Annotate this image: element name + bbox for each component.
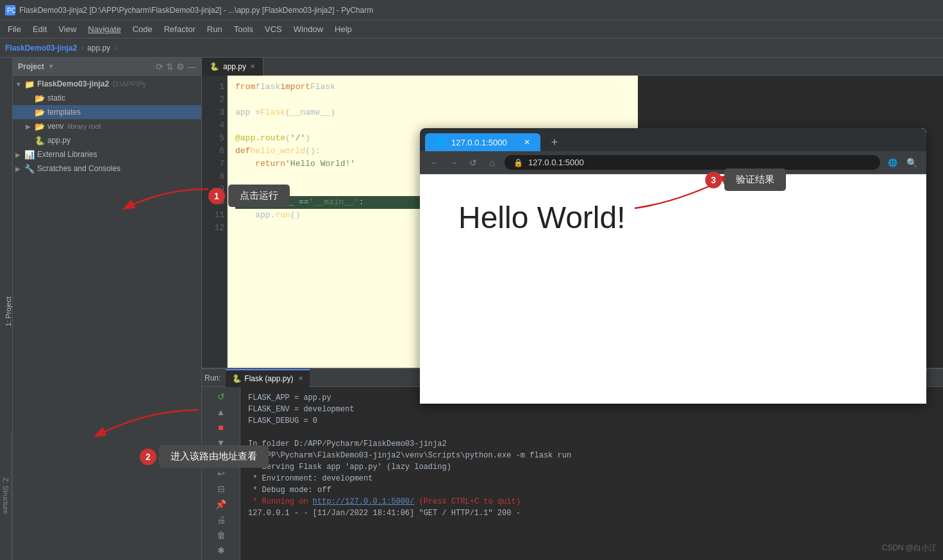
- menu-run[interactable]: Run: [202, 23, 228, 35]
- sync-icon[interactable]: ⟳: [156, 62, 163, 72]
- browser-tab-bar: 🌐 127.0.0.1:5000 ✕ +: [420, 128, 926, 151]
- scratches-name: Scratches and Consoles: [37, 164, 121, 173]
- apppy-name: app.py: [47, 136, 71, 145]
- tree-static[interactable]: ▶ 📂 static: [13, 91, 201, 105]
- console-line-11: 127.0.0.1 - - [11/Jan/2022 18:41:06] "GE…: [248, 507, 935, 519]
- tree-external-libs[interactable]: ▶ 📊 External Libraries: [13, 147, 201, 161]
- print-btn[interactable]: 🖨: [212, 514, 230, 525]
- templates-folder-name: templates: [47, 108, 81, 117]
- code-line-1: from flask import Flask: [235, 81, 630, 94]
- browser-zoom-btn[interactable]: 🔍: [905, 156, 919, 170]
- root-folder-name: FlaskDemo03-jinja2: [37, 79, 109, 88]
- menu-view[interactable]: View: [53, 23, 81, 35]
- project-side-label: 1: Project: [4, 297, 12, 326]
- menu-edit[interactable]: Edit: [28, 23, 52, 35]
- restart-btn[interactable]: ↺: [212, 391, 230, 402]
- console-line-8: * Environment: development: [248, 473, 935, 484]
- code-line-3: app = Flask(__name__): [235, 106, 630, 119]
- external-libs-name: External Libraries: [37, 150, 97, 159]
- nav-project[interactable]: FlaskDemo03-jinja2: [5, 44, 77, 53]
- browser-url-text: 127.0.0.1:5000: [528, 158, 584, 167]
- tree-root-folder[interactable]: ▼ 📁 FlaskDemo03-jinja2 D:\APP\Py: [13, 77, 201, 91]
- project-panel: Project ▼ ⟳ ⇅ ⚙ — ▼ 📁 FlaskDemo03-jinja2…: [13, 58, 202, 560]
- wrap-btn[interactable]: ↩: [212, 468, 230, 479]
- tree-templates[interactable]: ▶ 📂 templates: [13, 105, 201, 119]
- new-tab-btn[interactable]: +: [546, 133, 563, 151]
- code-line-2: [235, 94, 630, 106]
- settings-icon[interactable]: ⚙: [176, 62, 185, 72]
- globe-icon: 🌐: [435, 137, 446, 147]
- console-line-9: * Debug mode: off: [248, 484, 935, 496]
- browser-refresh-btn[interactable]: ↺: [466, 156, 480, 170]
- project-header-icons[interactable]: ⟳ ⇅ ⚙ —: [156, 62, 196, 72]
- line-numbers: 1 2 3 4 5 6 7 8 9 10 11 12: [202, 76, 228, 368]
- menu-bar: File Edit View Navigate Code Refactor Ru…: [0, 21, 943, 38]
- bottom-tab-flask[interactable]: 🐍 Flask (app.py) ✕: [226, 369, 310, 387]
- browser-home-btn[interactable]: ⌂: [485, 156, 499, 170]
- menu-code[interactable]: Code: [128, 23, 158, 35]
- stop-btn[interactable]: ■: [212, 422, 230, 433]
- browser-translate-btn[interactable]: 🌐: [885, 156, 899, 170]
- console-line-2: FLASK_ENV = development: [248, 404, 935, 415]
- root-folder-icon: 📁: [24, 79, 35, 89]
- console-line-5: In folder D:/APP/Pycharm/FlaskDemo03-jin…: [248, 438, 935, 450]
- bottom-content: ↺ ▲ ■ ▼ ⏸ ↩ ⊟ 📌 🖨 🗑 ✱: [202, 387, 943, 560]
- menu-file[interactable]: File: [3, 23, 26, 35]
- nav-file[interactable]: app.py: [87, 44, 110, 53]
- nav-bar: FlaskDemo03-jinja2 › app.py ›: [0, 38, 943, 58]
- sort-icon[interactable]: ⇅: [166, 62, 174, 72]
- trash-btn[interactable]: 🗑: [212, 529, 230, 541]
- browser-tab-close[interactable]: ✕: [524, 138, 530, 147]
- tree-scratches[interactable]: ▶ 🔧 Scratches and Consoles: [13, 161, 201, 176]
- tab-py-icon: 🐍: [210, 62, 219, 71]
- tab-label: app.py: [223, 62, 246, 71]
- minimize-icon[interactable]: —: [187, 62, 196, 72]
- flask-tab-close[interactable]: ✕: [298, 375, 303, 382]
- project-title: Project: [18, 62, 44, 71]
- venv-folder-name: venv: [47, 122, 63, 131]
- tree-venv[interactable]: ▶ 📂 venv library root: [13, 119, 201, 133]
- settings-bottom-btn[interactable]: ✱: [212, 545, 230, 556]
- console-line-7: * Serving Flask app 'app.py' (lazy loadi…: [248, 461, 935, 473]
- menu-help[interactable]: Help: [330, 23, 357, 35]
- editor-tabs: 🐍 app.py ✕: [202, 58, 943, 76]
- scroll-up-btn[interactable]: ▲: [212, 406, 230, 418]
- filter-btn[interactable]: ⊟: [212, 483, 230, 495]
- tab-close-btn[interactable]: ✕: [250, 63, 255, 70]
- tree-apppy[interactable]: ▶ 🐍 app.py: [13, 133, 201, 147]
- browser-tab-url: 127.0.0.1:5000: [451, 138, 507, 147]
- browser-window: 🌐 127.0.0.1:5000 ✕ + ← → ↺ ⌂ 🔒 127.0.0.1…: [420, 128, 926, 404]
- flask-url-link[interactable]: http://127.0.0.1:5000/: [313, 497, 414, 506]
- lock-icon: 🔒: [513, 158, 523, 167]
- static-folder-name: static: [47, 94, 65, 103]
- menu-window[interactable]: Window: [288, 23, 328, 35]
- scroll-down-btn[interactable]: ▼: [212, 437, 230, 449]
- menu-vcs[interactable]: VCS: [260, 23, 287, 35]
- console-line-3: FLASK_DEBUG = 0: [248, 415, 935, 427]
- title-text: FlaskDemo03-jinja2 [D:\APP\Pycharm\Flask…: [19, 6, 373, 15]
- menu-refactor[interactable]: Refactor: [159, 23, 201, 35]
- browser-content: Hello World!: [420, 174, 926, 404]
- menu-tools[interactable]: Tools: [229, 23, 258, 35]
- browser-back-btn[interactable]: ←: [428, 156, 442, 170]
- browser-forward-btn[interactable]: →: [447, 156, 461, 170]
- structure-strip[interactable]: Z: Structure: [0, 432, 12, 560]
- project-header: Project ▼ ⟳ ⇅ ⚙ —: [13, 58, 201, 76]
- browser-url-box[interactable]: 🔒 127.0.0.1:5000: [505, 155, 880, 170]
- hello-world-display: Hello World!: [458, 200, 626, 235]
- console-line-4: [248, 427, 935, 438]
- svg-text:PC: PC: [7, 7, 15, 14]
- run-arrow-icon: ▶: [235, 196, 240, 209]
- menu-navigate[interactable]: Navigate: [83, 23, 126, 35]
- pause-btn[interactable]: ⏸: [212, 452, 230, 464]
- browser-active-tab[interactable]: 🌐 127.0.0.1:5000 ✕: [425, 133, 540, 151]
- flask-tab-icon: 🐍: [232, 374, 242, 383]
- console-line-6: D:\APP\Pycharm\FlaskDemo03-jinja2\venv\S…: [248, 450, 935, 461]
- editor-tab-apppy[interactable]: 🐍 app.py ✕: [202, 58, 263, 76]
- console-output: FLASK_APP = app.py FLASK_ENV = developme…: [240, 387, 943, 560]
- file-tree: ▼ 📁 FlaskDemo03-jinja2 D:\APP\Py ▶ 📂 sta…: [13, 76, 201, 560]
- external-libs-icon: 📊: [24, 150, 35, 160]
- apppy-icon: 🐍: [35, 136, 45, 145]
- app-icon: PC: [5, 5, 15, 15]
- pin-btn[interactable]: 📌: [212, 498, 230, 510]
